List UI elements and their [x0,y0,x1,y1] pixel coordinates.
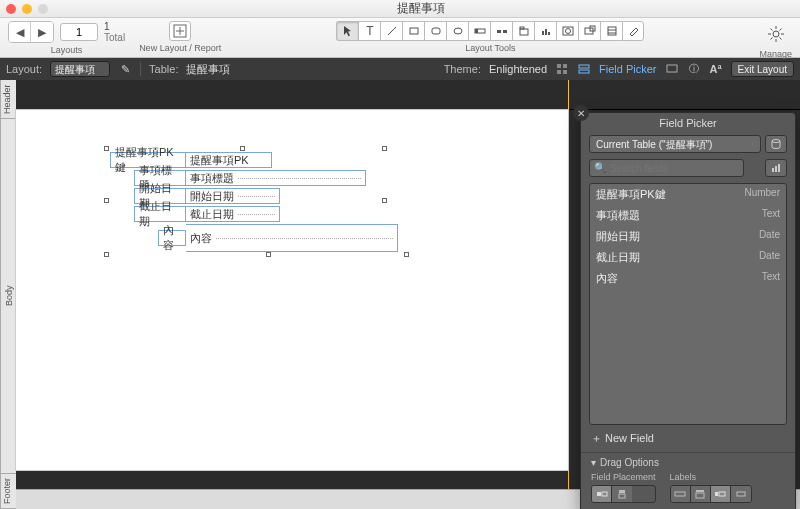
svg-rect-23 [579,65,589,68]
field-body[interactable]: 提醒事項PK [186,152,272,168]
prev-layout-button[interactable]: ◀ [9,22,31,42]
svg-rect-5 [475,29,478,33]
rounded-rect-tool[interactable] [424,21,446,41]
oval-tool[interactable] [446,21,468,41]
portal-tool[interactable] [600,21,622,41]
svg-point-14 [565,29,570,34]
line-tool[interactable] [380,21,402,41]
theme-picker-icon[interactable] [555,62,569,76]
label-top-icon[interactable] [691,486,711,502]
selection-handle[interactable] [104,198,109,203]
selection-handle[interactable] [266,252,271,257]
field-picker-icon[interactable] [577,62,591,76]
layout-total: 1 Total [104,21,125,43]
selection-handle[interactable] [382,146,387,151]
main-toolbar: ◀ ▶ 1 Total Layouts New Layout / Report … [0,18,800,58]
format-painter-tool[interactable] [622,21,644,41]
new-layout-button[interactable] [169,21,191,41]
layout-selector[interactable]: 提醒事項 [50,61,110,77]
labels-segment[interactable] [670,485,752,503]
button-tool[interactable] [490,21,512,41]
theme-name: Enlightened [489,63,547,75]
svg-point-18 [773,31,779,37]
part-body-tab[interactable]: Body [1,119,16,474]
header-part[interactable] [16,80,800,110]
drag-options-header[interactable]: ▾ Drag Options [591,457,785,468]
popover-tool[interactable] [578,21,600,41]
placement-horizontal-icon[interactable] [592,486,612,502]
label-left-icon[interactable] [671,486,691,502]
selection-handle[interactable] [404,252,409,257]
exit-layout-button[interactable]: Exit Layout [731,61,794,77]
layout-number-input[interactable] [60,23,98,41]
rect-tool[interactable] [402,21,424,41]
field-body[interactable]: 內容 [186,224,398,252]
svg-rect-8 [520,29,528,35]
text-format-icon[interactable]: Aª [709,62,723,76]
layout-tools-row: T [336,21,644,41]
part-footer-tab[interactable]: Footer [1,474,16,509]
field-body[interactable]: 截止日期 [186,206,280,222]
table-label: Table: [149,63,178,75]
screen-size-icon[interactable] [665,62,679,76]
part-header-tab[interactable]: Header [1,80,16,119]
selection-handle[interactable] [382,198,387,203]
svg-point-3 [454,28,462,34]
zoom-window-button[interactable] [38,4,48,14]
field-placement-segment[interactable] [591,485,656,503]
right-boundary-guide[interactable] [568,80,569,509]
field-placement-label: Field Placement [591,472,656,482]
field-label[interactable]: 內容 [158,230,186,246]
selection-handle[interactable] [104,252,109,257]
manage-database-button[interactable] [765,135,787,153]
svg-rect-12 [548,32,550,35]
new-field-button[interactable]: ＋ New Field [581,425,795,452]
field-list-item[interactable]: 截止日期Date [590,247,786,268]
close-window-button[interactable] [6,4,16,14]
info-icon[interactable]: ⓘ [687,62,701,76]
layout-field[interactable]: 提醒事項PK鍵 提醒事項PK [110,152,272,168]
field-body[interactable]: 事項標題 [186,170,366,186]
svg-rect-9 [520,27,524,29]
webviewer-tool[interactable] [556,21,578,41]
svg-rect-29 [778,164,780,172]
label-inside-icon[interactable] [711,486,731,502]
next-layout-button[interactable]: ▶ [31,22,53,42]
svg-rect-28 [775,166,777,172]
edit-layout-name-icon[interactable]: ✎ [118,62,132,76]
field-list-item[interactable]: 事項標題Text [590,205,786,226]
chart-tool[interactable] [534,21,556,41]
placement-vertical-icon[interactable] [612,486,632,502]
selection-handle[interactable] [104,146,109,151]
svg-rect-24 [579,70,589,73]
field-tool[interactable] [468,21,490,41]
close-field-picker-button[interactable]: ✕ [573,105,589,121]
field-picker-table-selector[interactable]: Current Table ("提醒事項") [589,135,761,153]
disclosure-triangle-icon[interactable]: ▾ [591,457,596,468]
field-list-item[interactable]: 內容Text [590,268,786,289]
tab-control-tool[interactable] [512,21,534,41]
field-search-input[interactable] [589,159,744,177]
field-list-item[interactable]: 提醒事項PK鍵Number [590,184,786,205]
pointer-tool[interactable] [336,21,358,41]
label-none-icon[interactable] [731,486,751,502]
body-part[interactable]: 提醒事項PK鍵 提醒事項PK 事項標題 事項標題 開始日期 開始日期 截止日期 … [16,110,568,470]
field-label[interactable]: 截止日期 [134,206,186,222]
svg-rect-17 [608,27,616,35]
field-body[interactable]: 開始日期 [186,188,280,204]
manage-button[interactable] [763,21,789,47]
selection-handle[interactable] [240,146,245,151]
svg-rect-25 [667,65,677,72]
text-tool[interactable]: T [358,21,380,41]
layout-field[interactable]: 內容 內容 [158,224,398,252]
field-list-item[interactable]: 開始日期Date [590,226,786,247]
svg-rect-27 [772,168,774,172]
field-picker-link[interactable]: Field Picker [599,63,656,75]
layout-field[interactable]: 截止日期 截止日期 [134,206,280,222]
canvas[interactable]: 提醒事項PK鍵 提醒事項PK 事項標題 事項標題 開始日期 開始日期 截止日期 … [16,80,800,509]
minimize-window-button[interactable] [22,4,32,14]
window-titlebar: 提醒事項 [0,0,800,18]
svg-rect-32 [619,490,625,493]
drag-options-section: ▾ Drag Options Field Placement Labels [581,452,795,509]
sort-fields-button[interactable] [765,159,787,177]
